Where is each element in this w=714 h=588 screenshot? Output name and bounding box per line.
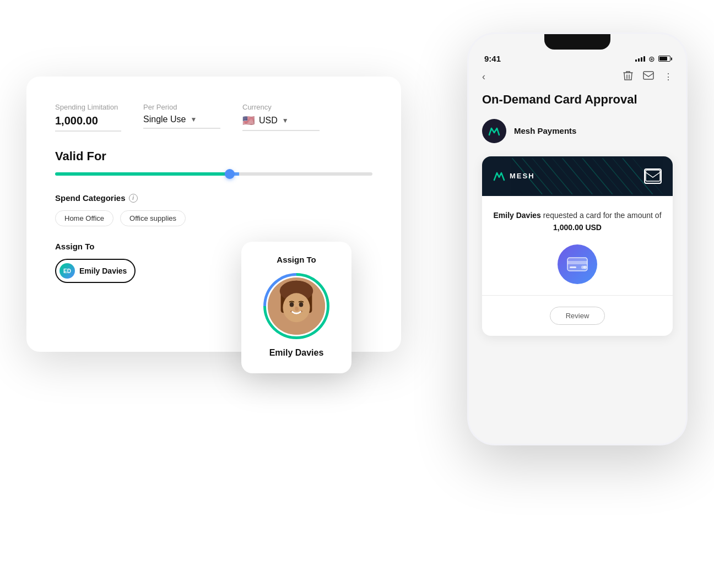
svg-line-11 [532,158,562,194]
sender-name: Mesh Payments [514,126,576,135]
assign-avatar: ED [60,263,75,279]
review-button[interactable]: Review [550,307,605,325]
svg-line-12 [542,158,572,194]
nav-actions: ⋮ [623,70,673,83]
valid-for-section: Valid For [55,149,372,176]
valid-for-title: Valid For [55,149,372,164]
info-icon[interactable]: i [129,194,138,203]
per-period-select[interactable]: Single Use ▼ [143,115,220,129]
mesh-brand-text: MESH [510,172,535,180]
per-period-label: Per Period [143,103,220,111]
flag-icon: 🇺🇸 [242,115,255,127]
mesh-logo-area: MESH [493,170,535,182]
spending-limitation-field: Spending Limitation 1,000.00 [55,103,121,132]
svg-rect-25 [570,266,576,268]
svg-line-16 [582,158,613,194]
spending-limitation-value[interactable]: 1,000.00 [55,115,121,132]
phone-inner: 9:41 ⊛ ‹ [469,34,686,444]
wifi-icon: ⊛ [648,55,655,63]
amount-text: 1,000.00 USD [553,223,602,232]
status-bar: 9:41 ⊛ [469,50,686,66]
card-body-text: Emily Davies requested a card for the am… [493,209,662,234]
divider [482,295,673,296]
slider-thumb[interactable] [225,169,235,179]
profile-popup: Assign To [241,242,351,373]
assign-to-pill[interactable]: ED Emily Davies [55,259,136,283]
per-period-chevron: ▼ [190,116,197,123]
more-icon[interactable]: ⋮ [664,72,673,82]
avatar-ring [263,273,329,339]
svg-point-6 [290,302,294,307]
phone-mockup: 9:41 ⊛ ‹ [467,32,688,445]
svg-line-17 [592,158,623,194]
trash-icon[interactable] [623,70,633,83]
email-sender-row: Mesh Payments [482,119,673,143]
signal-icon [635,56,645,62]
currency-chevron: ▼ [282,117,289,124]
svg-line-13 [552,158,582,194]
svg-point-7 [299,302,304,307]
popup-title: Assign To [277,255,316,264]
status-time: 9:41 [484,54,501,63]
currency-field: Currency 🇺🇸 USD ▼ [242,103,320,132]
card-icon-area [493,244,662,284]
email-content: On-Demand Card Approval Mesh Payments [469,88,686,444]
currency-select[interactable]: 🇺🇸 USD ▼ [242,115,320,131]
back-button[interactable]: ‹ [482,71,485,83]
category-tags: Home Office Office supplies [55,210,372,226]
card-icon-circle [558,244,597,284]
svg-rect-22 [646,170,660,181]
spending-limitation-label: Spending Limitation [55,103,121,111]
svg-line-14 [562,158,593,194]
svg-line-18 [603,158,633,194]
email-subject: On-Demand Card Approval [482,92,673,108]
tag-home-office[interactable]: Home Office [55,210,113,226]
svg-line-15 [572,158,603,194]
nav-bar: ‹ ⋮ [469,66,686,88]
envelope-icon [644,168,662,184]
per-period-field: Per Period Single Use ▼ [143,103,220,132]
spending-fields-row: Spending Limitation 1,000.00 Per Period … [55,103,372,132]
popup-person-name: Emily Davies [269,348,324,358]
email-card: MESH Emily Davies requested a card f [482,156,673,336]
spend-categories-section: Spend Categories i Home Office Office su… [55,193,372,226]
phone-notch [544,34,610,50]
email-card-header: MESH [482,156,673,196]
spend-categories-label: Spend Categories i [55,193,372,203]
requester-name: Emily Davies [493,211,540,220]
mail-icon[interactable] [643,71,654,82]
status-icons: ⊛ [635,55,670,63]
svg-rect-8 [643,72,653,79]
tag-office-supplies[interactable]: Office supplies [120,210,186,226]
assign-name: Emily Davies [79,266,127,275]
email-card-body: Emily Davies requested a card for the am… [482,196,673,336]
svg-rect-24 [567,261,587,264]
battery-icon [658,56,670,62]
profile-avatar [266,276,327,336]
svg-point-27 [583,266,587,269]
sender-logo [482,119,506,143]
currency-label: Currency [242,103,320,111]
validity-slider[interactable] [55,172,372,176]
svg-line-19 [613,158,643,194]
